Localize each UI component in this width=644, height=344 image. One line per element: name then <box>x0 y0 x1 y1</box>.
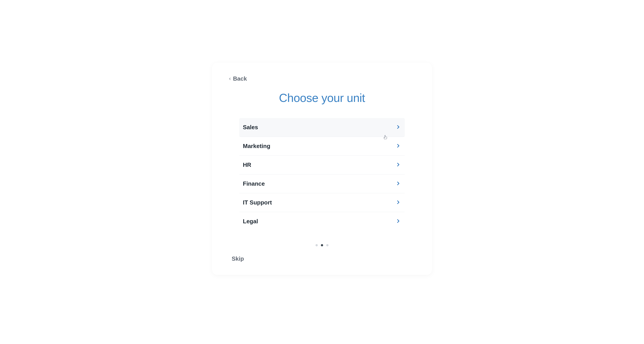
unit-item-legal[interactable]: Legal <box>239 212 405 231</box>
unit-list: Sales Marketing HR <box>239 118 405 231</box>
unit-label: Finance <box>243 180 265 187</box>
chevron-right-icon <box>395 162 401 168</box>
unit-label: IT Support <box>243 199 272 206</box>
chevron-right-icon <box>395 124 401 131</box>
chevron-right-icon <box>395 181 401 187</box>
page-dot-2[interactable] <box>321 244 323 246</box>
unit-selection-modal: Back Choose your unit Sales Marketing HR <box>212 63 432 275</box>
unit-item-it-support[interactable]: IT Support <box>239 193 405 212</box>
chevron-right-icon <box>395 143 401 150</box>
chevron-right-icon <box>395 218 401 225</box>
unit-label: HR <box>243 161 251 168</box>
page-dot-3[interactable] <box>326 244 328 246</box>
unit-item-sales[interactable]: Sales <box>239 118 405 137</box>
page-dot-1[interactable] <box>316 244 318 246</box>
unit-item-finance[interactable]: Finance <box>239 175 405 193</box>
page-title: Choose your unit <box>228 91 416 105</box>
unit-label: Marketing <box>243 143 270 150</box>
chevron-left-icon <box>228 75 232 82</box>
back-label: Back <box>233 75 247 82</box>
chevron-right-icon <box>395 199 401 206</box>
unit-item-hr[interactable]: HR <box>239 156 405 175</box>
unit-label: Legal <box>243 218 258 225</box>
pagination-dots <box>228 244 416 246</box>
unit-item-marketing[interactable]: Marketing <box>239 137 405 156</box>
back-button[interactable]: Back <box>228 75 247 82</box>
unit-label: Sales <box>243 124 258 131</box>
skip-button[interactable]: Skip <box>228 255 244 262</box>
